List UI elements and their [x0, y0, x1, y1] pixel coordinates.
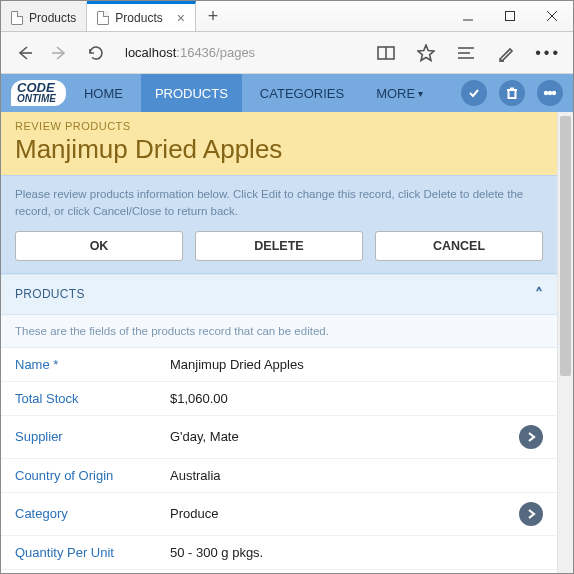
field-label: Country of Origin — [15, 468, 170, 483]
nav-categories[interactable]: CATEGORIES — [246, 74, 358, 112]
collapse-icon: ˄ — [535, 285, 543, 304]
browser-window: Products Products × + localhost:16 — [0, 0, 574, 574]
nav-home[interactable]: HOME — [70, 74, 137, 112]
field-total-stock[interactable]: Total Stock $1,060.00 — [1, 382, 557, 416]
titlebar: Products Products × + — [1, 1, 573, 32]
svg-point-16 — [545, 92, 547, 94]
field-label: Total Stock — [15, 391, 170, 406]
field-name[interactable]: Name * Manjimup Dried Apples — [1, 348, 557, 382]
record-header: REVIEW PRODUCTS Manjimup Dried Apples — [1, 112, 557, 175]
refresh-button[interactable] — [85, 42, 107, 64]
scrollbar[interactable] — [557, 112, 573, 573]
field-category[interactable]: Category Produce — [1, 493, 557, 536]
ok-button[interactable]: OK — [15, 231, 183, 261]
brand-logo[interactable]: CODE ONTIME — [11, 80, 66, 106]
app-nav: CODE ONTIME HOME PRODUCTS CATEGORIES MOR… — [1, 74, 573, 112]
page-title: Manjimup Dried Apples — [15, 134, 543, 165]
field-qty[interactable]: Quantity Per Unit 50 - 300 g pkgs. — [1, 536, 557, 570]
field-country[interactable]: Country of Origin Australia — [1, 459, 557, 493]
back-button[interactable] — [13, 42, 35, 64]
nav-products[interactable]: PRODUCTS — [141, 74, 242, 112]
address-bar: localhost:16436/pages ••• — [1, 32, 573, 74]
scrollbar-thumb[interactable] — [560, 116, 571, 376]
viewport: REVIEW PRODUCTS Manjimup Dried Apples Pl… — [1, 112, 573, 573]
field-value: $1,060.00 — [170, 391, 543, 406]
delete-button[interactable]: DELETE — [195, 231, 363, 261]
field-label: Category — [15, 506, 170, 521]
tab-products-1[interactable]: Products — [1, 1, 87, 31]
svg-rect-13 — [509, 90, 516, 98]
field-label: Supplier — [15, 429, 170, 444]
minimize-button[interactable] — [447, 1, 489, 31]
page-icon — [11, 11, 23, 25]
new-tab-button[interactable]: + — [196, 1, 230, 31]
svg-point-17 — [549, 92, 551, 94]
field-list: Name * Manjimup Dried Apples Total Stock… — [1, 348, 557, 574]
reading-view-icon[interactable] — [375, 42, 397, 64]
field-value: Produce — [170, 506, 519, 521]
section-header-products[interactable]: PRODUCTS ˄ — [1, 274, 557, 315]
tab-label: Products — [115, 11, 162, 25]
lookup-icon[interactable] — [519, 502, 543, 526]
url-field[interactable]: localhost:16436/pages — [121, 40, 277, 66]
tab-products-2[interactable]: Products × — [87, 1, 196, 31]
forward-button[interactable] — [49, 42, 71, 64]
maximize-button[interactable] — [489, 1, 531, 31]
cancel-button[interactable]: CANCEL — [375, 231, 543, 261]
url-rest: :16436/pages — [176, 45, 255, 60]
field-price[interactable]: Price $53.00 — [1, 570, 557, 574]
field-value: Manjimup Dried Apples — [170, 357, 543, 372]
svg-marker-8 — [418, 45, 434, 61]
button-row: OK DELETE CANCEL — [1, 231, 557, 273]
overflow-circle-button[interactable] — [537, 80, 563, 106]
tab-label: Products — [29, 11, 76, 25]
lookup-icon[interactable] — [519, 425, 543, 449]
favorite-star-icon[interactable] — [415, 42, 437, 64]
field-supplier[interactable]: Supplier G'day, Mate — [1, 416, 557, 459]
field-value: Australia — [170, 468, 543, 483]
svg-rect-1 — [506, 12, 515, 21]
section-description: These are the fields of the products rec… — [1, 315, 557, 348]
window-close-button[interactable] — [531, 1, 573, 31]
url-host: localhost — [125, 45, 176, 60]
field-label: Name * — [15, 357, 170, 372]
nav-more[interactable]: MORE — [362, 74, 437, 112]
more-menu-icon[interactable]: ••• — [535, 44, 561, 62]
close-tab-icon[interactable]: × — [177, 10, 185, 26]
delete-circle-button[interactable] — [499, 80, 525, 106]
breadcrumb: REVIEW PRODUCTS — [15, 120, 543, 132]
page-content: REVIEW PRODUCTS Manjimup Dried Apples Pl… — [1, 112, 557, 573]
confirm-circle-button[interactable] — [461, 80, 487, 106]
page-icon — [97, 11, 109, 25]
field-value: G'day, Mate — [170, 429, 519, 444]
field-value: 50 - 300 g pkgs. — [170, 545, 543, 560]
instructions-text: Please review products information below… — [1, 176, 557, 231]
field-label: Quantity Per Unit — [15, 545, 170, 560]
action-band: Please review products information below… — [1, 175, 557, 274]
web-note-icon[interactable] — [495, 42, 517, 64]
svg-point-18 — [553, 92, 555, 94]
hub-icon[interactable] — [455, 42, 477, 64]
brand-bottom: ONTIME — [17, 93, 56, 104]
section-title: PRODUCTS — [15, 287, 85, 301]
